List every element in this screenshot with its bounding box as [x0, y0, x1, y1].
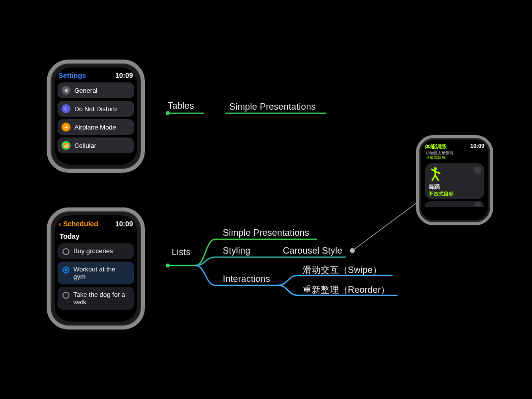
screen-title: 体能训练: [425, 143, 447, 150]
reminder-label: Buy groceries: [73, 247, 113, 255]
card-subtitle: 开放式目标: [429, 191, 480, 198]
svg-point-0: [166, 111, 170, 115]
screen-title: Settings: [59, 71, 86, 79]
node-lists-swipe[interactable]: 滑动交互（Swipe）: [303, 264, 382, 276]
status-time: 10:09: [115, 71, 133, 79]
general-icon: ⚙: [62, 86, 70, 95]
reminder-row[interactable]: Take the dog for a walk: [58, 287, 134, 310]
reminder-radio[interactable]: [63, 248, 69, 255]
settings-row[interactable]: ⚙General: [58, 82, 134, 98]
settings-row-label: Do Not Disturb: [74, 105, 117, 113]
node-lists-interactions[interactable]: Interactions: [223, 274, 270, 284]
svg-point-1: [166, 264, 170, 267]
node-tables-simple[interactable]: Simple Presentations: [229, 102, 316, 112]
reminder-label: Workout at the gym: [73, 266, 129, 280]
status-time: 10:09: [470, 143, 484, 150]
node-lists-styling[interactable]: Styling: [223, 246, 250, 256]
reminder-row[interactable]: Workout at the gym: [58, 262, 134, 284]
watch-reminders: ‹ Scheduled 10:09 Today Buy groceriesWor…: [47, 207, 145, 330]
watch-workout: 体能训练 10:09 功能性力量训练 开放式目标 ⋯ 舞蹈 开放式目标: [416, 135, 493, 225]
card-title: 舞蹈: [429, 183, 480, 191]
settings-row-label: General: [74, 87, 97, 94]
dance-icon: [429, 166, 444, 181]
reminder-radio[interactable]: [63, 266, 69, 273]
cellular-icon: 📶: [62, 141, 70, 150]
node-tables[interactable]: Tables: [168, 101, 194, 111]
more-icon: [474, 202, 481, 206]
section-heading-today: Today: [55, 231, 137, 243]
settings-row-label: Airplane Mode: [74, 124, 116, 131]
svg-point-2: [350, 248, 355, 253]
more-icon[interactable]: ⋯: [473, 166, 481, 174]
back-button[interactable]: ‹ Scheduled: [59, 219, 98, 228]
dnd-icon: ☾: [62, 104, 70, 113]
airplane-icon: ✈: [62, 123, 70, 132]
settings-row[interactable]: ✈Airplane Mode: [58, 119, 134, 135]
screen-title: Scheduled: [63, 220, 98, 228]
workout-card-dance[interactable]: ⋯ 舞蹈 开放式目标: [425, 163, 484, 199]
status-time: 10:09: [115, 220, 133, 228]
side-button[interactable]: [491, 173, 493, 191]
node-lists-reorder[interactable]: 重新整理（Reorder）: [303, 284, 390, 296]
reminder-label: Take the dog for a walk: [73, 291, 129, 306]
side-button[interactable]: [143, 113, 145, 137]
digital-crown[interactable]: [143, 236, 145, 254]
settings-row[interactable]: ☾Do Not Disturb: [58, 101, 134, 117]
reminder-radio[interactable]: [63, 292, 69, 299]
settings-row[interactable]: 📶Cellular: [58, 137, 134, 153]
settings-row-label: Cellular: [74, 142, 96, 149]
peek-card-subtitle: 开放式目标: [426, 156, 483, 160]
watch-settings: Settings 10:09 ⚙General☾Do Not Disturb✈A…: [47, 60, 145, 173]
digital-crown[interactable]: [143, 88, 145, 106]
digital-crown[interactable]: [491, 156, 493, 169]
diagram-stage: Settings 10:09 ⚙General☾Do Not Disturb✈A…: [0, 0, 532, 399]
side-button[interactable]: [143, 263, 145, 287]
reminder-row[interactable]: Buy groceries: [58, 243, 134, 259]
chevron-left-icon: ‹: [59, 220, 61, 228]
node-lists-simple[interactable]: Simple Presentations: [223, 228, 309, 238]
next-card-peek[interactable]: [425, 201, 484, 207]
node-lists-carousel[interactable]: Carousel Style: [283, 246, 342, 256]
node-lists[interactable]: Lists: [172, 247, 191, 258]
